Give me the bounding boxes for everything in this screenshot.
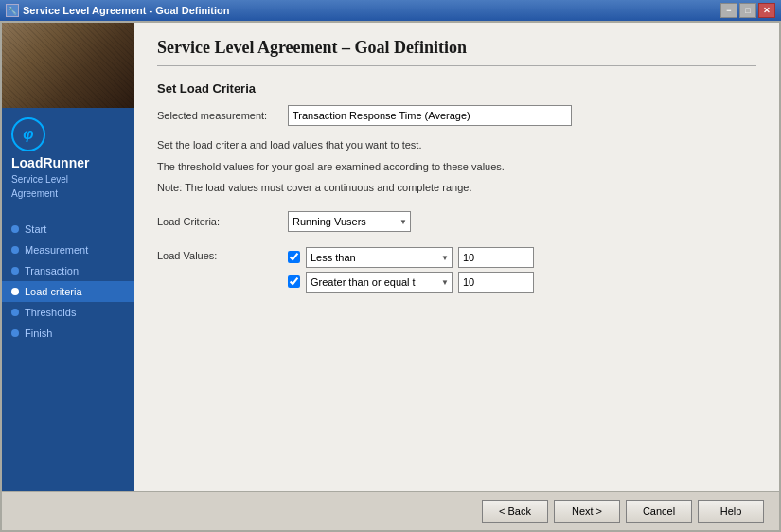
nav-item-label: Thresholds: [25, 307, 76, 318]
nav-item-label: Transaction: [25, 265, 79, 276]
load-criteria-label: Load Criteria:: [157, 216, 280, 227]
desc-line1: Set the load criteria and load values th…: [157, 137, 756, 153]
condition-select-1[interactable]: Less than Greater than or equal to Equal…: [306, 247, 453, 268]
help-button[interactable]: Help: [698, 500, 764, 523]
nav-item-label: Start: [25, 223, 46, 235]
condition-select-wrapper-1: Less than Greater than or equal to Equal…: [306, 247, 453, 268]
product-name: LoadRunner: [11, 155, 89, 171]
sidebar-item-start[interactable]: Start: [2, 219, 134, 239]
title-bar: 🔧 Service Level Agreement - Goal Definit…: [0, 0, 781, 21]
load-criteria-select[interactable]: Running Vusers Elapsed Time Transaction …: [288, 211, 411, 232]
condition-select-2[interactable]: Greater than or equal t Less than Equal …: [306, 272, 453, 293]
value-input-1[interactable]: [458, 247, 534, 268]
nav-item-label: Measurement: [25, 244, 88, 256]
load-values-section: Load Values: Less than Greater than or e…: [157, 247, 756, 293]
main-content: Service Level Agreement – Goal Definitio…: [134, 23, 779, 491]
note-line: Note: The load values must cover a conti…: [157, 180, 756, 196]
load-criteria-row: Load Criteria: Running Vusers Elapsed Ti…: [157, 211, 756, 232]
main-window: φ LoadRunner Service Level Agreement Sta…: [0, 21, 781, 532]
load-value-checkbox-1[interactable]: [288, 251, 300, 263]
nav-dot-icon: [11, 329, 19, 337]
product-sub2: Agreement: [11, 187, 58, 200]
page-title: Service Level Agreement – Goal Definitio…: [157, 38, 756, 66]
nav-dot-icon: [11, 246, 19, 254]
load-values-rows: Less than Greater than or equal to Equal…: [288, 247, 534, 293]
sidebar-item-finish[interactable]: Finish: [2, 323, 134, 344]
load-values-label: Load Values:: [157, 247, 280, 261]
window-icon: 🔧: [6, 4, 19, 17]
nav-dot-icon: [11, 309, 19, 316]
sidebar-item-thresholds[interactable]: Thresholds: [2, 302, 134, 323]
product-sub1: Service Level: [11, 173, 68, 186]
selected-measurement-input[interactable]: [288, 105, 572, 126]
selected-measurement-row: Selected measurement:: [157, 105, 756, 126]
selected-measurement-label: Selected measurement:: [157, 110, 280, 121]
nav-dot-icon: [11, 267, 19, 275]
sidebar: φ LoadRunner Service Level Agreement Sta…: [2, 23, 134, 491]
nav-dot-icon: [11, 225, 19, 233]
sidebar-nav: StartMeasurementTransactionLoad criteria…: [2, 209, 134, 491]
window-controls: − □ ✕: [720, 3, 775, 18]
minimize-button[interactable]: −: [720, 3, 737, 18]
desc-line2: The threshold values for your goal are e…: [157, 159, 756, 175]
sidebar-item-measurement[interactable]: Measurement: [2, 239, 134, 260]
close-button[interactable]: ✕: [758, 3, 775, 18]
load-value-row-1: Less than Greater than or equal to Equal…: [288, 247, 534, 268]
sidebar-logo: φ LoadRunner Service Level Agreement: [2, 108, 134, 209]
nav-dot-icon: [11, 288, 19, 295]
nav-item-label: Finish: [25, 328, 52, 339]
next-button[interactable]: Next >: [554, 500, 620, 523]
bottom-bar: < Back Next > Cancel Help: [2, 491, 779, 530]
window-title: Service Level Agreement - Goal Definitio…: [23, 5, 229, 16]
condition-select-wrapper-2: Greater than or equal t Less than Equal …: [306, 272, 453, 293]
cancel-button[interactable]: Cancel: [626, 500, 692, 523]
load-value-row-2: Greater than or equal t Less than Equal …: [288, 272, 534, 293]
nav-item-label: Load criteria: [25, 286, 82, 297]
sidebar-image: [2, 23, 134, 108]
content-area: φ LoadRunner Service Level Agreement Sta…: [2, 23, 779, 491]
maximize-button[interactable]: □: [739, 3, 756, 18]
back-button[interactable]: < Back: [482, 500, 548, 523]
value-input-2[interactable]: [458, 272, 534, 293]
sidebar-item-transaction[interactable]: Transaction: [2, 260, 134, 281]
load-value-checkbox-2[interactable]: [288, 275, 300, 288]
sidebar-item-load-criteria[interactable]: Load criteria: [2, 281, 134, 302]
hp-logo-icon: φ: [11, 117, 45, 151]
load-criteria-select-wrapper: Running Vusers Elapsed Time Transaction …: [288, 211, 411, 232]
section-title: Set Load Criteria: [157, 81, 756, 96]
